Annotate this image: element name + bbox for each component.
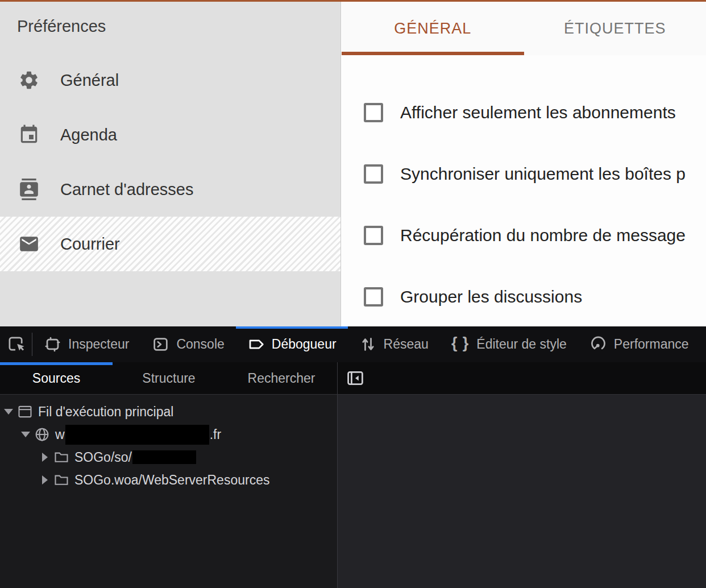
- chevron-down-icon[interactable]: [3, 409, 14, 415]
- panel-tab-sources[interactable]: Sources: [0, 362, 113, 394]
- devtools-tab-label: Éditeur de style: [476, 337, 567, 352]
- globe-icon: [34, 426, 50, 442]
- redaction-box: [65, 425, 209, 445]
- chevron-right-icon[interactable]: [40, 453, 50, 462]
- panel-divider: [337, 362, 338, 394]
- devtools-tab-label: Console: [176, 337, 224, 352]
- chevron-down-icon[interactable]: [20, 432, 31, 437]
- sidebar-item-carnet-adresses[interactable]: Carnet d'adresses: [0, 162, 340, 217]
- sources-tree-panel: Fil d'exécution principal w .fr: [0, 395, 337, 588]
- panel-tab-structure[interactable]: Structure: [113, 362, 225, 394]
- option-row-synchroniser[interactable]: Synchroniser uniquement les boîtes p: [342, 162, 706, 187]
- checkbox[interactable]: [364, 226, 383, 245]
- option-row-recuperation[interactable]: Récupération du nombre de message: [342, 223, 706, 248]
- sidebar-item-label: Agenda: [60, 126, 117, 144]
- performance-icon: [589, 336, 607, 353]
- devtools-toolbar: Inspecteur Console Débogueur Rése: [0, 326, 706, 362]
- sidebar-item-label: Courrier: [60, 235, 120, 254]
- option-row-abonnements[interactable]: Afficher seulement les abonnements: [342, 100, 706, 125]
- tab-etiquettes[interactable]: ÉTIQUETTES: [524, 2, 706, 55]
- devtools-tab-inspecteur[interactable]: Inspecteur: [32, 326, 140, 362]
- checkbox-label: Synchroniser uniquement les boîtes p: [400, 164, 686, 184]
- contacts-icon: [18, 179, 40, 200]
- tab-general[interactable]: GÉNÉRAL: [342, 2, 524, 55]
- screen: Préférences Général Agenda Carnet d'adre…: [0, 0, 706, 588]
- devtools-tab-label: Réseau: [384, 337, 429, 352]
- tree-item-label-prefix: SOGo/so/: [74, 450, 132, 465]
- tree-item-webserverresources[interactable]: SOGo.woa/WebServerResources: [0, 469, 337, 491]
- devtools-tab-label: Performance: [614, 337, 689, 352]
- devtools-tab-debogueur[interactable]: Débogueur: [236, 326, 348, 362]
- preferences-content: GÉNÉRAL ÉTIQUETTES Afficher seulement le…: [342, 2, 706, 327]
- devtools-tab-label: Inspecteur: [68, 337, 129, 352]
- option-row-grouper[interactable]: Grouper les discussions: [342, 284, 706, 309]
- tree-item-main-thread[interactable]: Fil d'exécution principal: [0, 400, 337, 423]
- devtools-tab-reseau[interactable]: Réseau: [348, 326, 440, 362]
- sidebar-item-general[interactable]: Général: [0, 53, 340, 107]
- sidebar-item-label: Général: [60, 71, 119, 90]
- preferences-window: Préférences Général Agenda Carnet d'adre…: [0, 0, 706, 327]
- mail-icon: [18, 233, 40, 255]
- collapse-pane-button[interactable]: [346, 369, 365, 387]
- sidebar-item-label: Carnet d'adresses: [60, 180, 193, 199]
- tree-item-sogo-so[interactable]: SOGo/so/: [0, 446, 337, 469]
- top-accent-bar: [0, 0, 706, 2]
- inspector-icon: [44, 336, 61, 353]
- style-editor-icon: { }: [451, 336, 470, 351]
- checkbox-label: Grouper les discussions: [400, 287, 582, 307]
- devtools-tab-editeur-de-style[interactable]: { } Éditeur de style: [440, 326, 578, 362]
- debugger-body: Fil d'exécution principal w .fr: [0, 395, 706, 588]
- debugger-panel-tabbar: Sources Structure Rechercher: [0, 362, 706, 395]
- console-icon: [152, 336, 169, 353]
- network-icon: [359, 336, 377, 353]
- pick-element-button[interactable]: [0, 326, 32, 362]
- tree-item-label-prefix: w: [55, 427, 65, 442]
- sidebar-item-courrier[interactable]: Courrier: [0, 217, 340, 271]
- tree-item-label-suffix: .fr: [210, 427, 221, 442]
- tree-item-domain[interactable]: w .fr: [0, 423, 337, 446]
- devtools-panel: Inspecteur Console Débogueur Rése: [0, 326, 706, 588]
- tree-item-label: Fil d'exécution principal: [38, 404, 173, 420]
- chevron-right-icon[interactable]: [40, 475, 50, 485]
- devtools-tab-performance[interactable]: Performance: [578, 326, 700, 362]
- checkbox-label: Afficher seulement les abonnements: [400, 103, 676, 122]
- window-icon: [17, 404, 33, 420]
- devtools-tab-console[interactable]: Console: [140, 326, 235, 362]
- folder-icon: [53, 449, 69, 465]
- panel-tab-rechercher[interactable]: Rechercher: [225, 362, 338, 394]
- tree-item-label: SOGo.woa/WebServerResources: [74, 473, 269, 488]
- source-editor-pane: [338, 395, 706, 588]
- calendar-icon: [18, 124, 40, 146]
- checkbox-label: Récupération du nombre de message: [400, 226, 686, 245]
- redaction-box: [132, 450, 196, 464]
- debugger-icon: [247, 336, 265, 353]
- sidebar-item-agenda[interactable]: Agenda: [0, 107, 340, 162]
- page-title: Préférences: [17, 17, 106, 36]
- checkbox[interactable]: [364, 164, 383, 184]
- mail-tabbar: GÉNÉRAL ÉTIQUETTES: [342, 2, 706, 55]
- checkbox[interactable]: [364, 103, 383, 122]
- gear-icon: [18, 69, 40, 91]
- preferences-sidebar: Préférences Général Agenda Carnet d'adre…: [0, 0, 341, 327]
- checkbox[interactable]: [364, 287, 383, 307]
- folder-icon: [53, 472, 69, 488]
- devtools-tab-label: Débogueur: [272, 337, 337, 352]
